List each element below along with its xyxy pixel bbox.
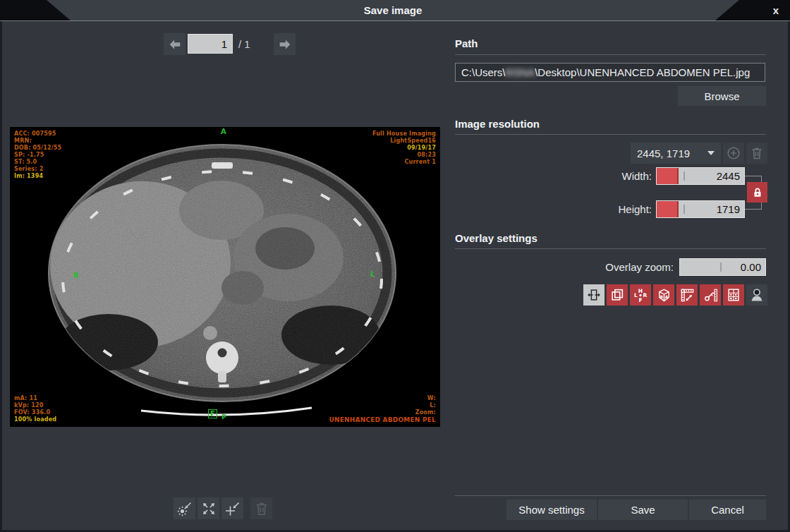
overlay-study-date: 09/19/17 — [372, 145, 436, 152]
chevron-down-icon — [707, 151, 715, 155]
overlay-zoom-label: Overlay zoom: — [462, 261, 674, 273]
footer-divider — [455, 495, 766, 496]
height-slider-handle[interactable] — [657, 201, 679, 217]
titlebar: Save image x — [0, 0, 790, 21]
overlay-zoom-value: 0.00 — [741, 259, 761, 275]
dicom-overlay-bottom-left: mA: 11 kVp: 120 FOV: 336.0 100% loaded — [14, 395, 56, 423]
height-value: 1719 — [717, 201, 740, 217]
resolution-preset-dropdown[interactable]: 2445, 1719 — [631, 143, 721, 164]
resolution-divider — [455, 134, 766, 135]
overlay-series-title: UNENHANCED ABDOMEN PEL — [329, 416, 436, 423]
aspect-ratio-lock-button[interactable] — [747, 182, 767, 202]
svg-text:F: F — [638, 297, 642, 303]
overlay-window: W: — [329, 395, 436, 402]
image-preview-viewport: ACC: 007595 MRN: DOB: 05/12/55 SP: -1.75… — [10, 127, 440, 427]
overlay-loaded: 100% loaded — [14, 416, 56, 423]
page-number-input[interactable] — [188, 34, 233, 54]
expand-arrows-icon — [200, 500, 217, 517]
marker-feet-boxed: F — [208, 409, 217, 418]
delete-preset-button[interactable] — [746, 143, 767, 164]
overlay-zoom-readout: Zoom: — [329, 409, 436, 416]
overlay-section-heading: Overlay settings — [455, 232, 537, 244]
path-prefix: C:\Users\ — [461, 66, 506, 78]
width-slider[interactable]: 2445 — [656, 167, 745, 185]
overlay-mrn: MRN: — [14, 138, 61, 145]
path-section-heading: Path — [455, 37, 478, 49]
overlay-kvp: kVp: 120 — [14, 402, 56, 409]
arrow-left-icon — [167, 37, 183, 52]
overlay-series: Series: 2 — [14, 166, 61, 173]
arrow-right-icon — [277, 37, 293, 52]
crosshair-apply-icon — [224, 500, 241, 517]
trash-icon-disabled — [254, 501, 269, 516]
overlay-st: ST: 5.0 — [14, 159, 61, 166]
cancel-button[interactable]: Cancel — [689, 500, 766, 520]
marker-anterior: A — [221, 128, 226, 135]
overlay-acc: ACC: 007595 — [14, 131, 61, 138]
stacked-frames-icon — [609, 287, 625, 303]
overlay-fov: FOV: 336.0 — [14, 409, 56, 416]
marker-left: L — [370, 270, 375, 278]
overlay-scanner: LightSpeed16 — [372, 138, 436, 145]
dicom-overlay-top-right: Full House Imaging LightSpeed16 09/19/17… — [372, 131, 436, 166]
show-settings-button[interactable]: Show settings — [506, 500, 597, 520]
overlay-level: L: — [329, 402, 436, 409]
height-label: Height: — [557, 203, 652, 215]
key-ruler-icon — [703, 287, 719, 303]
fit-to-window-button[interactable] — [198, 497, 219, 519]
delete-page-button[interactable] — [250, 497, 272, 519]
overlay-zoom-handle[interactable] — [720, 262, 722, 272]
svg-text:R: R — [660, 295, 663, 299]
window-border-left — [0, 21, 2, 532]
marker-posterior: P — [221, 413, 226, 421]
save-button[interactable]: Save — [598, 500, 688, 520]
titlebar-trapezoid: Save image — [47, 0, 739, 20]
width-value: 2445 — [717, 168, 740, 184]
width-slider-tick — [683, 171, 685, 181]
overlay-image-number: Im: 1394 — [14, 173, 61, 180]
toggle-anonymize-button[interactable] — [746, 284, 767, 306]
svg-text:L: L — [634, 292, 638, 298]
orientation-markers-icon: H L R F — [632, 286, 649, 303]
sun-apply-icon — [176, 500, 193, 517]
path-divider — [455, 54, 766, 55]
toggle-key-ruler-button[interactable] — [700, 284, 721, 306]
svg-text:R: R — [643, 292, 648, 298]
file-path-input[interactable]: C:\Users\RSNA\Desktop\UNENHANCED ABDOMEN… — [455, 63, 765, 82]
browse-button[interactable]: Browse — [678, 86, 766, 106]
resolution-section-heading: Image resolution — [455, 118, 540, 130]
close-button[interactable]: x — [769, 2, 783, 18]
overlay-ma: mA: 11 — [14, 395, 56, 402]
apply-window-level-button[interactable] — [174, 497, 195, 519]
center-image-button[interactable] — [221, 497, 243, 519]
trash-icon — [750, 146, 764, 160]
svg-text:A: A — [664, 295, 668, 299]
previous-page-button[interactable] — [164, 33, 186, 55]
overlay-sp: SP: -1.75 — [14, 152, 61, 159]
toggle-orientation-markers-button[interactable]: H L R F — [630, 284, 651, 306]
toggle-orientation-cube-button[interactable]: R A — [653, 284, 674, 306]
plus-circle-icon — [726, 145, 741, 161]
svg-text:H: H — [638, 288, 643, 294]
toggle-stacked-frames-button[interactable] — [607, 284, 628, 306]
overlay-dob: DOB: 05/12/55 — [14, 145, 61, 152]
add-preset-button[interactable] — [723, 143, 744, 164]
dicom-overlay-bottom-right: W: L: Zoom: UNENHANCED ABDOMEN PEL — [329, 395, 436, 423]
next-page-button[interactable] — [274, 33, 296, 55]
page-total-label: / 1 — [238, 38, 250, 50]
overlay-divider — [455, 248, 766, 249]
marker-right: R — [73, 272, 79, 279]
toggle-overlay-table-button[interactable] — [723, 284, 744, 306]
path-redacted-username: RSNA — [506, 66, 535, 78]
overlay-zoom-slider[interactable]: 0.00 — [679, 258, 766, 276]
path-suffix: \Desktop\UNENHANCED ABDOMEN PEL.jpg — [535, 66, 750, 78]
overlay-institution: Full House Imaging — [372, 131, 436, 138]
width-slider-handle[interactable] — [657, 168, 679, 184]
toggle-scale-ruler-button[interactable] — [676, 284, 698, 306]
height-slider[interactable]: 1719 — [656, 200, 745, 218]
overlay-current: Current 1 — [372, 159, 436, 166]
lock-icon — [751, 186, 764, 199]
toggle-pan-arrows-button[interactable] — [583, 284, 604, 306]
orientation-cube-icon: R A — [656, 287, 672, 303]
width-label: Width: — [557, 170, 652, 182]
